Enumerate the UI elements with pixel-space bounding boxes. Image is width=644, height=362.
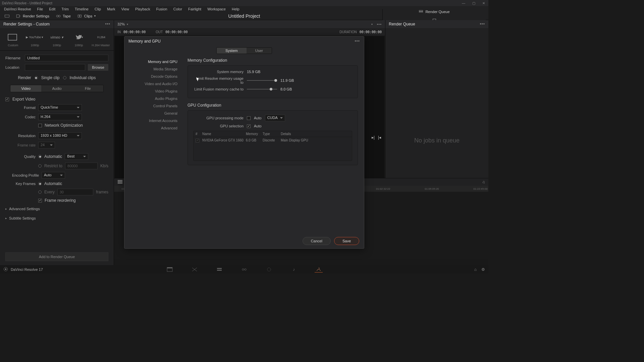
sidebar-item-decode[interactable]: Decode Options <box>124 73 181 80</box>
menu-item[interactable]: Help <box>229 6 242 12</box>
cancel-button[interactable]: Cancel <box>303 237 331 245</box>
sidebar-item-internet-accounts[interactable]: Internet Accounts <box>124 117 181 124</box>
sidebar-item-video-plugins[interactable]: Video Plugins <box>124 87 181 95</box>
sidebar-item-advanced[interactable]: Advanced <box>124 124 181 132</box>
page-fusion[interactable] <box>240 266 248 273</box>
svg-rect-5 <box>80 15 82 17</box>
individual-clips-radio[interactable] <box>63 76 66 79</box>
preset-twitter[interactable]: ▾ <box>69 31 90 44</box>
menu-item[interactable]: Trim <box>59 6 71 12</box>
menu-item[interactable]: Clip <box>92 6 104 12</box>
home-icon[interactable]: ⌂ <box>474 267 477 272</box>
browse-button[interactable]: Browse <box>88 64 108 71</box>
clips-button[interactable]: Clips ▾ <box>75 13 98 19</box>
menu-item[interactable]: Edit <box>46 6 58 12</box>
reorder-checkbox[interactable] <box>38 199 42 202</box>
menu-item[interactable]: Color <box>171 6 185 12</box>
restrict-radio[interactable] <box>38 164 42 168</box>
render-settings-button[interactable]: Render Settings <box>14 13 51 19</box>
menu-item[interactable]: Fusion <box>154 6 170 12</box>
viewer-menu-icon[interactable]: ••• <box>377 22 382 26</box>
sidebar-item-control-panels[interactable]: Control Panels <box>124 102 181 110</box>
gpu-mode-auto-checkbox[interactable] <box>247 116 251 120</box>
gpu-row[interactable]: NVIDIA GeForce GTX 1660 6.0 GB Discrete … <box>194 137 352 144</box>
menu-item[interactable]: Mark <box>104 6 118 12</box>
page-fairlight[interactable]: ♪ <box>290 266 298 273</box>
preset-youtube[interactable]: ▶ YouTube ▾ <box>24 31 45 44</box>
save-button[interactable]: Save <box>334 237 359 245</box>
page-color[interactable] <box>265 266 273 273</box>
sidebar-item-audio-plugins[interactable]: Audio Plugins <box>124 95 181 102</box>
gpu-selection-auto-checkbox[interactable] <box>247 124 251 128</box>
page-edit[interactable] <box>215 266 223 273</box>
out-timecode[interactable]: 00:00:00:00 <box>165 30 187 34</box>
render-queue-button[interactable]: Render Queue <box>417 9 451 14</box>
timeline-view-icon[interactable] <box>117 179 123 185</box>
sidebar-item-video-audio-io[interactable]: Video and Audio I/O <box>124 80 181 87</box>
tape-button[interactable]: Tape <box>54 13 73 19</box>
panel-menu-icon[interactable]: ••• <box>480 22 485 26</box>
tab-audio[interactable]: Audio <box>41 85 72 92</box>
in-timecode[interactable]: 00:00:00:00 <box>123 30 146 34</box>
svg-rect-12 <box>118 183 122 183</box>
limit-resolve-slider[interactable] <box>247 80 277 81</box>
preset-label: H.264 Master <box>90 44 112 47</box>
filename-input[interactable] <box>25 55 108 61</box>
preset-h264[interactable]: H.264 <box>91 31 112 44</box>
menu-item[interactable]: Timeline <box>72 6 91 12</box>
next-icon[interactable]: ▸| <box>372 135 375 140</box>
resolution-select[interactable]: 644 x 362 HD <box>38 132 82 139</box>
project-settings-icon[interactable]: ⚙ <box>481 267 485 272</box>
tab-system[interactable]: System <box>217 48 247 54</box>
subtitle-settings-expand[interactable]: Subtitle Settings <box>5 215 108 222</box>
col-name: Name <box>202 132 246 136</box>
tab-video[interactable]: Video <box>10 85 41 92</box>
preset-custom[interactable] <box>2 31 23 44</box>
menu-item[interactable]: DaVinci Resolve <box>1 6 34 12</box>
maximize-icon[interactable]: ▢ <box>471 1 476 5</box>
minimize-icon[interactable]: — <box>461 1 466 5</box>
gpu-table: # Name Memory Type Details NVIDIA GeForc… <box>193 131 352 161</box>
chevron-down-icon[interactable]: ▾ <box>371 23 373 26</box>
menu-item[interactable]: Workspace <box>205 6 228 12</box>
sidebar-item-general[interactable]: General <box>124 110 181 117</box>
menu-item[interactable]: Fairlight <box>185 6 204 12</box>
export-video-checkbox[interactable] <box>5 98 9 101</box>
kf-auto-radio[interactable] <box>38 182 42 185</box>
add-to-render-queue-button[interactable]: Add to Render Queue <box>5 252 108 261</box>
format-select[interactable]: QuickTime <box>38 104 82 111</box>
limit-fusion-slider[interactable] <box>247 89 277 89</box>
tab-user[interactable]: User <box>247 48 272 54</box>
close-icon[interactable]: ✕ <box>481 1 486 5</box>
dialog-menu-icon[interactable]: ••• <box>355 39 360 44</box>
col-memory: Memory <box>246 132 263 136</box>
single-clip-label: Single clip <box>41 75 60 80</box>
kf-every-radio[interactable] <box>38 190 42 194</box>
menu-item[interactable]: File <box>35 6 46 12</box>
music-icon[interactable]: ♫ <box>482 180 485 184</box>
preset-vimeo[interactable]: vimeo ▾ <box>46 31 67 44</box>
gpu-mode-select[interactable]: CUDA <box>265 115 285 121</box>
zoom-value[interactable]: 32% <box>117 22 125 26</box>
menu-item[interactable]: View <box>118 6 132 12</box>
sidebar-item-media-storage[interactable]: Media Storage <box>124 65 181 73</box>
page-media[interactable] <box>166 266 174 273</box>
page-cut[interactable] <box>191 266 199 273</box>
encprofile-select[interactable]: Auto <box>42 172 65 179</box>
location-input[interactable] <box>25 64 85 71</box>
menu-item[interactable]: Playback <box>132 6 153 12</box>
last-icon[interactable]: |◂ <box>378 135 381 140</box>
single-clip-radio[interactable] <box>35 76 38 79</box>
quality-select[interactable]: Best <box>65 153 88 160</box>
chevron-down-icon[interactable]: ▾ <box>127 23 128 26</box>
sidebar-item-memory-gpu[interactable]: Memory and GPU <box>124 58 181 65</box>
netopt-checkbox[interactable] <box>38 124 42 127</box>
quick-export-button[interactable] <box>3 13 11 19</box>
col-details: Details <box>281 132 350 136</box>
quality-auto-radio[interactable] <box>38 155 42 158</box>
panel-menu-icon[interactable]: ••• <box>105 22 110 26</box>
page-deliver[interactable] <box>315 266 323 273</box>
advanced-settings-expand[interactable]: Advanced Settings <box>5 205 108 212</box>
codec-select[interactable]: H.264 <box>38 114 82 120</box>
tab-file[interactable]: File <box>72 85 103 92</box>
